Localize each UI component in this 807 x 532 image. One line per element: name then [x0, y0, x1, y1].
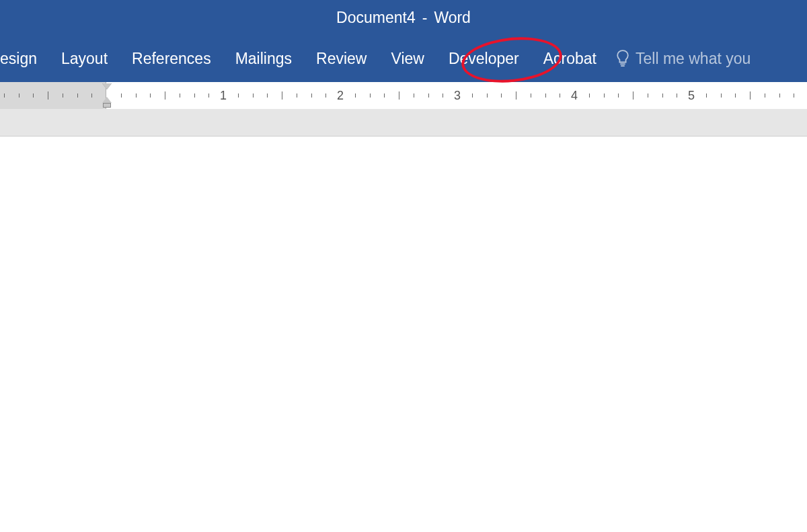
ruler-tick [267, 93, 268, 98]
tab-label: Acrobat [543, 50, 597, 68]
ruler-tick [325, 93, 326, 98]
ruler-tick [560, 93, 560, 98]
title-separator: - [422, 9, 428, 27]
tab-label: References [132, 50, 211, 68]
tab-label: esign [0, 50, 37, 68]
tab-label: Developer [449, 50, 519, 68]
tab-review[interactable]: Review [304, 35, 379, 82]
ruler-tick [136, 93, 137, 98]
tab-label: Mailings [235, 50, 292, 68]
document-gray-area [0, 109, 807, 136]
ruler-number-4: 4 [571, 89, 578, 103]
ruler-tick [370, 93, 371, 98]
ruler-tick [604, 93, 605, 98]
tab-design[interactable]: esign [0, 35, 49, 82]
ruler-tick [4, 93, 5, 98]
ruler-tick [662, 93, 663, 98]
ruler-tick [633, 91, 633, 100]
tab-acrobat[interactable]: Acrobat [531, 35, 609, 82]
left-indent-marker[interactable] [103, 103, 111, 108]
tab-label: Review [316, 50, 367, 68]
ruler-number-2: 2 [337, 89, 344, 103]
ruler-tick [121, 93, 122, 98]
tab-view[interactable]: View [379, 35, 436, 82]
tell-me-placeholder: Tell me what you [636, 50, 751, 68]
ruler-tick [194, 93, 195, 98]
ruler-tick [33, 93, 34, 98]
ruler-tick [545, 93, 546, 98]
tab-mailings[interactable]: Mailings [223, 35, 304, 82]
tab-label: View [391, 50, 424, 68]
title-bar: Document4 - Word [0, 0, 807, 35]
horizontal-ruler[interactable]: 1 2 3 4 5 [0, 82, 807, 109]
ruler-tick [77, 93, 78, 98]
ruler-number-5: 5 [688, 89, 695, 103]
ruler-tick [238, 93, 239, 98]
ruler-tick [648, 93, 648, 98]
document-page[interactable] [0, 136, 807, 532]
ruler-tick [794, 93, 794, 98]
first-line-indent-marker[interactable] [102, 83, 112, 89]
ruler-tick [282, 91, 282, 100]
ruler-tick [765, 93, 765, 98]
ruler-tick [399, 91, 399, 100]
ruler-tick [48, 91, 48, 100]
ruler-tick [589, 93, 590, 98]
document-name: Document4 [336, 9, 416, 27]
ruler-tick [384, 93, 385, 98]
ruler-tick [63, 93, 63, 98]
ruler-tick [165, 91, 165, 100]
ruler-tick [208, 93, 209, 98]
ruler-tick [472, 93, 473, 98]
ruler-tick [443, 93, 443, 98]
app-name: Word [434, 9, 471, 27]
ruler-tick [531, 93, 531, 98]
tab-developer[interactable]: Developer [436, 35, 531, 82]
ruler-tick [150, 93, 151, 98]
ruler-tick [180, 93, 180, 98]
ruler-tick [428, 93, 429, 98]
tell-me-search[interactable]: Tell me what you [609, 48, 751, 69]
ruler-tick [355, 93, 356, 98]
ruler-tick [735, 93, 736, 98]
ruler-number-3: 3 [454, 89, 461, 103]
ruler-tick [19, 93, 20, 98]
tab-label: Layout [61, 50, 108, 68]
ruler-tick [253, 93, 254, 98]
ruler-tick [721, 93, 722, 98]
ribbon-tab-strip: esign Layout References Mailings Review … [0, 35, 807, 82]
ruler-tick [311, 93, 312, 98]
ruler-number-1: 1 [220, 89, 227, 103]
ruler-tick [516, 91, 516, 100]
tab-references[interactable]: References [120, 35, 223, 82]
hanging-indent-marker[interactable] [102, 97, 112, 103]
ruler-tick [750, 91, 751, 100]
ruler-tick [91, 93, 92, 98]
ruler-tick [487, 93, 488, 98]
tab-layout[interactable]: Layout [49, 35, 120, 82]
ruler-tick [779, 93, 780, 98]
ruler-tick [706, 93, 707, 98]
ruler-tick [414, 93, 414, 98]
ruler-left-margin [0, 82, 106, 109]
ruler-tick [501, 93, 502, 98]
ruler-tick [297, 93, 297, 98]
ruler-tick [677, 93, 677, 98]
ruler-tick [618, 93, 619, 98]
lightbulb-icon [615, 48, 630, 69]
